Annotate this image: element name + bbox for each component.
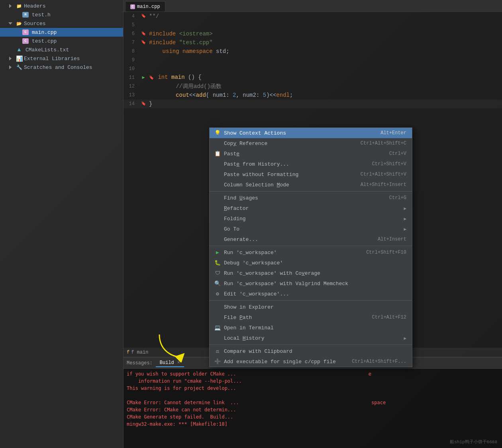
line-content-4: **/ <box>147 12 502 21</box>
sidebar-item-test-cpp-label: test.cpp <box>32 38 57 44</box>
menu-item-coverage-label: Run 'c_workspace' with Coverage <box>224 270 398 276</box>
sidebar-item-ext-libs[interactable]: 📊 External Libraries <box>0 54 123 63</box>
menu-item-valgrind[interactable]: 🔍 Run 'c_workspace' with Valgrind Memche… <box>210 278 412 289</box>
int-kw-11: int <box>158 74 168 80</box>
menu-item-debug[interactable]: 🐛 Debug 'c_workspace' <box>210 258 412 268</box>
cmake-icon: ▲ <box>16 47 22 53</box>
menu-item-copy-reference[interactable]: Copy Reference Ctrl+Alt+Shift+C <box>210 138 412 149</box>
menu-item-valgrind-label: Run 'c_workspace' with Valgrind Memcheck <box>224 281 398 287</box>
build-line-1: if you wish to support older CMake ... e <box>127 370 499 378</box>
code-line-12: 12 //调用add()函数 <box>124 82 502 91</box>
bookmark-icon-4: 🔖 <box>141 12 146 21</box>
menu-item-add-executable[interactable]: ➕ Add executable for single c/cpp file C… <box>210 356 412 367</box>
line-num-14: 14 <box>124 100 139 108</box>
line-num-4: 4 <box>124 12 139 21</box>
line-num-12: 12 <box>124 82 139 91</box>
sidebar-item-sources[interactable]: 📂 Sources <box>0 19 123 28</box>
menu-item-generate[interactable]: Generate... Alt+Insert <box>210 234 412 245</box>
gutter-11: ▶ <box>139 73 147 82</box>
menu-shortcut-paste-history: Ctrl+Shift+V <box>372 161 406 167</box>
sidebar-item-main-cpp[interactable]: C main.cpp <box>0 28 123 37</box>
edit-config-icon: ⚙ <box>214 290 222 298</box>
gutter-14: 🔖 <box>139 100 147 108</box>
bookmark-icon-6: 🔖 <box>141 29 146 38</box>
cpp2-file-icon: C <box>22 38 29 44</box>
menu-separator-1 <box>210 191 412 192</box>
colon2-13: : <box>256 92 263 98</box>
build-line-4 <box>127 392 499 399</box>
sidebar-item-cmake[interactable]: ▲ CMakeLists.txt <box>0 45 123 54</box>
sidebar-item-headers-label: Headers <box>24 3 46 9</box>
main-fn-11: main <box>171 74 185 80</box>
sidebar-item-scratches[interactable]: 🔧 Scratches and Consoles <box>0 63 123 72</box>
code-lines: 4 🔖 **/ 5 6 <box>124 12 502 108</box>
line-content-8: using namespace std; <box>147 47 502 56</box>
comment-12: //调用add()函数 <box>176 83 222 90</box>
menu-item-run-label: Run 'c_workspace' <box>224 250 358 256</box>
line-content-12: //调用add()函数 <box>147 82 502 91</box>
tab-main-cpp[interactable]: C main.cpp <box>125 1 165 12</box>
function-name: f main <box>131 350 148 355</box>
parens-11: () { <box>188 74 202 80</box>
sidebar-item-headers[interactable]: 📁 Headers <box>0 2 123 10</box>
menu-item-terminal[interactable]: 💻 Open in Terminal <box>210 323 412 333</box>
chevron-right-icon <box>8 3 14 9</box>
menu-item-coverage[interactable]: 🛡 Run 'c_workspace' with Coverage <box>210 268 412 278</box>
shift-13: << <box>189 92 196 98</box>
generate-icon <box>214 235 222 243</box>
build-line-6: CMake Error: CMake can not determin... <box>127 406 499 413</box>
spacer3-icon <box>14 38 21 44</box>
menu-item-local-history[interactable]: Local History ▶ <box>210 333 412 343</box>
build-output[interactable]: if you wish to support older CMake ... e… <box>124 368 502 448</box>
spacer4-icon <box>8 47 14 53</box>
menu-item-edit-config[interactable]: ⚙ Edit 'c_workspace'... <box>210 289 412 299</box>
menu-shortcut-paste: Ctrl+V <box>389 151 406 157</box>
semicolon-8: ; <box>226 48 229 55</box>
code-line-6: 6 🔖 #include <iostream> <box>124 29 502 38</box>
tab-cpp-icon: C <box>130 4 135 9</box>
menu-shortcut-generate: Alt+Insert <box>378 237 406 242</box>
menu-shortcut-column-selection: Alt+Shift+Insert <box>361 182 406 188</box>
sidebar-item-test-h[interactable]: H test.h <box>0 10 123 19</box>
menu-item-goto[interactable]: Go To ▶ <box>210 224 412 234</box>
build-line-7: CMake Generate step failed. Build... <box>127 413 499 421</box>
semi-13: ; <box>290 92 293 98</box>
menu-item-show-context-actions[interactable]: 💡 Show Context Actions Alt+Enter <box>210 128 412 138</box>
run-icon: ▶ <box>214 248 222 256</box>
menu-item-folding[interactable]: Folding ▶ <box>210 213 412 224</box>
menu-item-paste-no-format[interactable]: Paste without Formatting Ctrl+Alt+Shift+… <box>210 169 412 180</box>
num2-13: num2 <box>243 92 256 98</box>
sidebar-item-test-cpp[interactable]: C test.cpp <box>0 37 123 45</box>
spacer2-icon <box>14 29 21 35</box>
coverage-icon: 🛡 <box>214 269 222 277</box>
menu-item-debug-label: Debug 'c_workspace' <box>224 260 398 266</box>
endl-13: endl <box>276 92 290 98</box>
menu-item-column-selection[interactable]: Column Selection Mode Alt+Shift+Insert <box>210 180 412 190</box>
menu-shortcut-run: Ctrl+Shift+F10 <box>366 250 406 255</box>
lparen-13: ( <box>206 92 213 98</box>
menu-item-compare-clipboard[interactable]: ⚖ Compare with Clipboard <box>210 346 412 356</box>
line-num-6: 6 <box>124 29 139 38</box>
menu-item-show-explorer[interactable]: Show in Explorer <box>210 302 412 312</box>
val2-13: 5 <box>263 92 266 98</box>
h-file-icon: H <box>22 12 29 18</box>
run-arrow-icon: ▶ <box>142 73 145 82</box>
gutter-4: 🔖 <box>139 12 147 21</box>
menu-item-run[interactable]: ▶ Run 'c_workspace' Ctrl+Shift+F10 <box>210 247 412 258</box>
menu-item-add-executable-label: Add executable for single c/cpp file <box>224 359 344 365</box>
goto-arrow-icon: ▶ <box>404 227 406 232</box>
menu-item-copy-reference-label: Copy Reference <box>224 141 353 147</box>
copy-ref-icon <box>214 139 222 147</box>
code-line-5: 5 <box>124 21 502 29</box>
file-tree: 📁 Headers H test.h 📂 Sources C <box>0 0 123 73</box>
include-kw-6: #include <box>149 31 176 37</box>
code-line-4: 4 🔖 **/ <box>124 12 502 21</box>
build-line-2: information run "cmake --help-pol... <box>127 378 499 385</box>
menu-item-find-usages[interactable]: Find Usages Ctrl+G <box>210 193 412 203</box>
menu-shortcut-copy-reference: Ctrl+Alt+Shift+C <box>361 141 406 146</box>
menu-item-paste[interactable]: 📋 Paste Ctrl+V <box>210 149 412 159</box>
menu-item-paste-history[interactable]: Paste from History... Ctrl+Shift+V <box>210 159 412 169</box>
menu-item-file-path[interactable]: File Path Ctrl+Alt+F12 <box>210 312 412 323</box>
chevron-right3-icon <box>8 64 14 70</box>
menu-item-refactor[interactable]: Refactor ▶ <box>210 203 412 213</box>
